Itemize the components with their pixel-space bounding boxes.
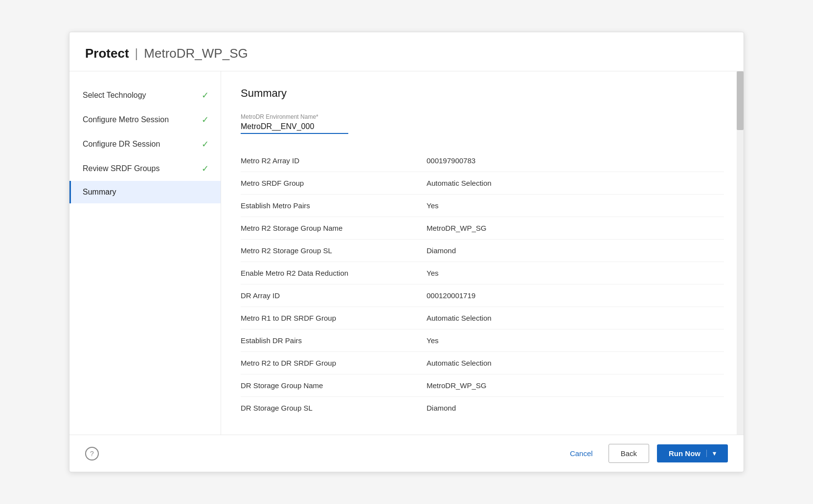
row-value-3: MetroDR_WP_SG — [427, 224, 487, 232]
row-label-3: Metro R2 Storage Group Name — [241, 224, 427, 232]
row-label-4: Metro R2 Storage Group SL — [241, 246, 427, 255]
protect-dialog: Protect | MetroDR_WP_SG Select Technolog… — [69, 32, 744, 472]
row-value-1: Automatic Selection — [427, 179, 492, 187]
env-name-label: MetroDR Environment Name* — [241, 113, 724, 120]
dialog-body: Select Technology✓Configure Metro Sessio… — [69, 71, 744, 435]
row-label-1: Metro SRDF Group — [241, 179, 427, 187]
sidebar-item-label-configure-metro-session: Configure Metro Session — [83, 115, 198, 124]
check-icon-select-technology: ✓ — [202, 90, 209, 101]
main-content: Summary MetroDR Environment Name* MetroD… — [221, 71, 744, 435]
row-label-8: Establish DR Pairs — [241, 336, 427, 345]
sidebar-item-label-select-technology: Select Technology — [83, 91, 198, 100]
summary-row-10: DR Storage Group NameMetroDR_WP_SG — [241, 374, 724, 397]
summary-row-1: Metro SRDF GroupAutomatic Selection — [241, 172, 724, 195]
help-icon[interactable]: ? — [85, 447, 99, 460]
row-label-9: Metro R2 to DR SRDF Group — [241, 359, 427, 367]
summary-row-0: Metro R2 Array ID000197900783 — [241, 150, 724, 172]
section-title: Summary — [241, 87, 724, 100]
run-now-chevron-icon: ▾ — [706, 450, 716, 457]
row-value-8: Yes — [427, 336, 438, 345]
row-label-11: DR Storage Group SL — [241, 404, 427, 412]
summary-row-5: Enable Metro R2 Data ReductionYes — [241, 262, 724, 285]
row-value-9: Automatic Selection — [427, 359, 492, 367]
dialog-footer: ? Cancel Back Run Now ▾ — [69, 435, 744, 472]
row-value-10: MetroDR_WP_SG — [427, 381, 487, 390]
row-value-11: Diamond — [427, 404, 456, 412]
dialog-title-sub: MetroDR_WP_SG — [144, 46, 248, 61]
row-value-7: Automatic Selection — [427, 314, 492, 322]
sidebar-item-label-review-srdf-groups: Review SRDF Groups — [83, 164, 198, 173]
summary-row-2: Establish Metro PairsYes — [241, 195, 724, 217]
check-icon-configure-dr-session: ✓ — [202, 139, 209, 150]
sidebar-item-summary[interactable]: Summary — [69, 181, 221, 203]
row-label-5: Enable Metro R2 Data Reduction — [241, 269, 427, 277]
row-value-6: 000120001719 — [427, 291, 475, 300]
summary-row-6: DR Array ID000120001719 — [241, 285, 724, 307]
check-icon-review-srdf-groups: ✓ — [202, 163, 209, 174]
summary-row-9: Metro R2 to DR SRDF GroupAutomatic Selec… — [241, 352, 724, 374]
sidebar-item-configure-dr-session[interactable]: Configure DR Session✓ — [69, 132, 221, 156]
run-now-label: Run Now — [669, 449, 700, 458]
sidebar-item-review-srdf-groups[interactable]: Review SRDF Groups✓ — [69, 156, 221, 181]
sidebar-item-select-technology[interactable]: Select Technology✓ — [69, 83, 221, 108]
dialog-title-main: Protect — [85, 46, 129, 61]
summary-row-4: Metro R2 Storage Group SLDiamond — [241, 240, 724, 262]
summary-table: Metro R2 Array ID000197900783Metro SRDF … — [241, 150, 724, 419]
env-name-value: MetroDR__ENV_000 — [241, 122, 348, 134]
row-label-0: Metro R2 Array ID — [241, 156, 427, 165]
summary-row-3: Metro R2 Storage Group NameMetroDR_WP_SG — [241, 217, 724, 240]
scrollbar-thumb[interactable] — [737, 71, 744, 130]
sidebar-item-configure-metro-session[interactable]: Configure Metro Session✓ — [69, 108, 221, 132]
sidebar-item-label-summary: Summary — [83, 188, 209, 197]
sidebar: Select Technology✓Configure Metro Sessio… — [69, 71, 221, 435]
summary-row-7: Metro R1 to DR SRDF GroupAutomatic Selec… — [241, 307, 724, 329]
row-label-7: Metro R1 to DR SRDF Group — [241, 314, 427, 322]
run-now-button[interactable]: Run Now ▾ — [657, 444, 728, 462]
sidebar-item-label-configure-dr-session: Configure DR Session — [83, 140, 198, 149]
row-value-0: 000197900783 — [427, 156, 475, 165]
row-value-4: Diamond — [427, 246, 456, 255]
scrollbar-track[interactable] — [737, 71, 744, 435]
row-label-6: DR Array ID — [241, 291, 427, 300]
row-value-5: Yes — [427, 269, 438, 277]
dialog-header: Protect | MetroDR_WP_SG — [69, 32, 744, 71]
row-label-2: Establish Metro Pairs — [241, 201, 427, 210]
dialog-title-sep: | — [135, 46, 138, 61]
cancel-button[interactable]: Cancel — [562, 444, 601, 462]
check-icon-configure-metro-session: ✓ — [202, 114, 209, 125]
back-button[interactable]: Back — [609, 444, 649, 463]
summary-row-11: DR Storage Group SLDiamond — [241, 397, 724, 419]
row-value-2: Yes — [427, 201, 438, 210]
summary-row-8: Establish DR PairsYes — [241, 329, 724, 352]
env-name-group: MetroDR Environment Name* MetroDR__ENV_0… — [241, 113, 724, 134]
row-label-10: DR Storage Group Name — [241, 381, 427, 390]
